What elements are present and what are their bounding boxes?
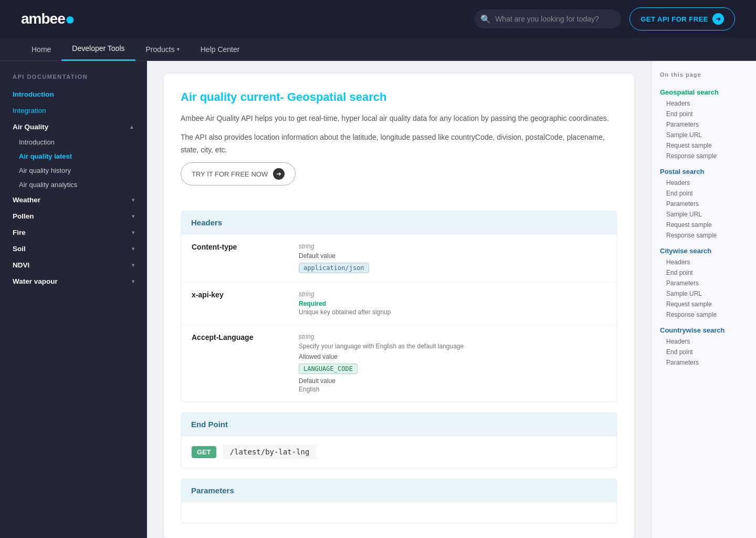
toc-item-geospatial-parameters[interactable]: Parameters: [660, 119, 748, 130]
endpoint-method-badge: GET: [192, 446, 216, 458]
sidebar-section-title: API DOCUMENTATION: [0, 74, 147, 86]
sidebar-pollen-label: Pollen: [13, 212, 34, 220]
param-allowed-label-accept-language: Allowed value: [299, 353, 606, 360]
headers-section-body: Content-type string Default value applic…: [181, 234, 617, 402]
sidebar-weather-label: Weather: [13, 196, 40, 204]
sidebar-item-introduction[interactable]: Introduction: [0, 86, 147, 102]
toc-item-citywise-request-sample[interactable]: Request sample: [660, 299, 748, 309]
sidebar-item-ndvi[interactable]: NDVI ▾: [0, 257, 147, 273]
toc-header-citywise[interactable]: Citywise search: [660, 245, 748, 257]
toc-item-geospatial-headers[interactable]: Headers: [660, 98, 748, 109]
toc-geospatial-search: Geospatial search Headers End point Para…: [660, 86, 748, 161]
toc-item-geospatial-sample-url[interactable]: Sample URL: [660, 130, 748, 140]
sidebar-item-integration[interactable]: Integration: [0, 102, 147, 119]
logo-dot: ●: [65, 9, 75, 29]
toc-item-countrywise-headers[interactable]: Headers: [660, 336, 748, 347]
doc-desc-2: The API also provides location informati…: [181, 131, 617, 157]
toc-panel: On this page Geospatial search Headers E…: [651, 61, 756, 538]
search-input[interactable]: [474, 9, 621, 28]
header-right: 🔍 GET API FOR FREE ➜: [474, 7, 735, 30]
endpoint-section-title: End Point: [181, 412, 617, 436]
sidebar-water-vapour-chevron: ▾: [132, 278, 134, 284]
nav-products[interactable]: Products ▾: [135, 38, 190, 61]
title-prefix: Air quality current-: [181, 90, 287, 104]
toc-item-postal-request-sample[interactable]: Request sample: [660, 220, 748, 230]
toc-item-postal-endpoint[interactable]: End point: [660, 188, 748, 199]
sidebar-soil-label: Soil: [13, 245, 26, 253]
toc-item-postal-sample-url[interactable]: Sample URL: [660, 209, 748, 220]
title-highlight: Geospatial search: [287, 90, 387, 104]
toc-item-geospatial-request-sample[interactable]: Request sample: [660, 140, 748, 151]
param-row-accept-language: Accept-Language string Specify your lang…: [181, 325, 617, 401]
nav-home[interactable]: Home: [21, 38, 61, 61]
sidebar-sub-item-air-quality-history[interactable]: Air quality history: [19, 163, 134, 178]
toc-item-geospatial-response-sample[interactable]: Response sample: [660, 151, 748, 161]
search-wrap: 🔍: [474, 9, 621, 28]
endpoint-section-body: GET /latest/by-lat-lng: [181, 436, 617, 468]
sidebar-item-water-vapour[interactable]: Water vapour ▾: [0, 273, 147, 289]
main-nav: Home Developer Tools Products ▾ Help Cen…: [0, 38, 756, 61]
param-type-api-key: string: [299, 291, 606, 298]
toc-countrywise-search: Countrywise search Headers End point Par…: [660, 324, 748, 368]
sidebar-fire-chevron: ▾: [132, 230, 134, 235]
toc-item-citywise-sample-url[interactable]: Sample URL: [660, 288, 748, 299]
toc-item-citywise-headers[interactable]: Headers: [660, 257, 748, 267]
sidebar-weather-chevron: ▾: [132, 197, 134, 203]
toc-header-geospatial[interactable]: Geospatial search: [660, 86, 748, 98]
toc-item-geospatial-endpoint[interactable]: End point: [660, 109, 748, 119]
try-free-button[interactable]: TRY IT FOR FREE NOW ➜: [181, 162, 296, 185]
param-row-api-key: x-api-key string Required Unique key obt…: [181, 282, 617, 325]
sidebar-item-air-quality[interactable]: Air Quality ▲: [0, 119, 147, 135]
toc-header-postal[interactable]: Postal search: [660, 165, 748, 178]
toc-item-countrywise-parameters[interactable]: Parameters: [660, 357, 748, 368]
param-details-api-key: string Required Unique key obtained afte…: [299, 291, 606, 316]
sidebar-pollen-chevron: ▾: [132, 213, 134, 219]
sidebar-sub-item-air-quality-analytics[interactable]: Air quality analytics: [19, 178, 134, 192]
param-default-value-content-type: application/json: [299, 263, 369, 273]
toc-item-citywise-endpoint[interactable]: End point: [660, 267, 748, 278]
nav-products-label: Products: [146, 45, 175, 54]
cta-arrow-icon: ➜: [712, 13, 724, 25]
sidebar-ndvi-chevron: ▾: [132, 262, 134, 268]
sidebar-soil-chevron: ▾: [132, 246, 134, 252]
toc-item-citywise-parameters[interactable]: Parameters: [660, 278, 748, 288]
sidebar-item-pollen[interactable]: Pollen ▾: [0, 208, 147, 224]
try-btn-label: TRY IT FOR FREE NOW: [192, 170, 268, 178]
nav-help-center[interactable]: Help Center: [190, 38, 250, 61]
headers-section-title: Headers: [181, 211, 617, 234]
sidebar-air-quality-chevron: ▲: [129, 124, 134, 130]
header: ambee● 🔍 GET API FOR FREE ➜: [0, 0, 756, 38]
toc-item-postal-response-sample[interactable]: Response sample: [660, 230, 748, 241]
sidebar-ndvi-label: NDVI: [13, 261, 29, 269]
toc-header-countrywise[interactable]: Countrywise search: [660, 324, 748, 336]
nav-developer-tools[interactable]: Developer Tools: [61, 38, 135, 61]
toc-item-postal-parameters[interactable]: Parameters: [660, 199, 748, 209]
main-content: Air quality current- Geospatial search A…: [147, 61, 651, 538]
param-details-accept-language: string Specify your language with Englis…: [299, 333, 606, 393]
doc-desc-1: Ambee Air Quality API helps you to get r…: [181, 112, 617, 125]
sidebar-sub-item-air-quality-latest[interactable]: Air quality latest: [19, 149, 134, 163]
param-desc-accept-language: Specify your language with English as th…: [299, 343, 606, 350]
logo: ambee●: [21, 9, 75, 29]
endpoint-section: End Point GET /latest/by-lat-lng: [181, 412, 617, 468]
search-icon: 🔍: [480, 14, 491, 24]
get-api-button[interactable]: GET API FOR FREE ➜: [629, 7, 735, 30]
toc-item-postal-headers[interactable]: Headers: [660, 178, 748, 188]
sidebar-sub-item-introduction[interactable]: Introduction: [19, 135, 134, 149]
param-name-accept-language: Accept-Language: [192, 333, 286, 393]
sidebar-item-weather[interactable]: Weather ▾: [0, 192, 147, 208]
sidebar-item-fire[interactable]: Fire ▾: [0, 224, 147, 241]
param-type-content-type: string: [299, 243, 606, 250]
param-note-api-key: Unique key obtained after signup: [299, 308, 606, 316]
param-row-content-type: Content-type string Default value applic…: [181, 234, 617, 282]
toc-item-citywise-response-sample[interactable]: Response sample: [660, 309, 748, 320]
nav-products-chevron: ▾: [177, 46, 180, 52]
toc-title: On this page: [660, 71, 748, 78]
sidebar-sub-air-quality: Introduction Air quality latest Air qual…: [0, 135, 147, 192]
sidebar-item-soil[interactable]: Soil ▾: [0, 241, 147, 257]
toc-citywise-search: Citywise search Headers End point Parame…: [660, 245, 748, 320]
param-allowed-value-accept-language: LANGUAGE_CODE: [299, 364, 358, 374]
param-default-value-accept-language: English: [299, 386, 606, 393]
try-btn-arrow-icon: ➜: [273, 168, 285, 180]
toc-item-countrywise-endpoint[interactable]: End point: [660, 347, 748, 357]
